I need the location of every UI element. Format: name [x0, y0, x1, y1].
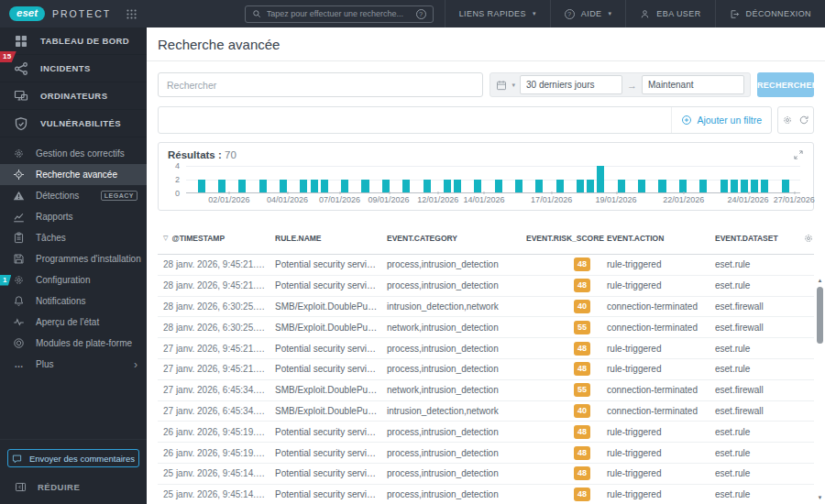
chart-bar[interactable]	[699, 180, 707, 193]
chart-bar[interactable]	[341, 180, 348, 193]
table-row[interactable]: 27 janv. 2026, 6:45:34.113SMB/Exploit.Do…	[158, 401, 814, 422]
sidebar-item-incidents[interactable]: 15 INCIDENTS	[0, 55, 147, 82]
column-header-event-risk-score[interactable]: EVENT.RISK_SCORE	[526, 234, 607, 243]
chart-bar[interactable]	[782, 180, 789, 193]
chart-bar[interactable]	[618, 180, 625, 193]
chart-bar-slot	[227, 166, 237, 192]
refresh-icon[interactable]	[798, 115, 809, 126]
date-to-input[interactable]	[642, 75, 744, 94]
feedback-button[interactable]: Envoyer des commentaires	[7, 449, 139, 467]
chart-bar[interactable]	[679, 180, 687, 193]
sidebar-item-configuration[interactable]: 1 Configuration	[0, 269, 147, 290]
sidebar-item-detections[interactable]: Détections LEGACY	[0, 185, 147, 206]
x-axis-tick-label: 09/01/2026	[368, 195, 410, 204]
cell-rule-name: Potential security service disco...	[275, 259, 387, 269]
sidebar-item-vulnerabilities[interactable]: VULNÉRABILITÉS	[0, 110, 147, 137]
chart-bar[interactable]	[597, 166, 604, 192]
chart-bar[interactable]	[515, 180, 522, 193]
sidebar-item-platform-modules[interactable]: Modules de plate-forme	[0, 333, 147, 354]
chart-bar[interactable]	[495, 180, 502, 193]
scroll-down-arrow-icon[interactable]: ▼	[818, 494, 823, 501]
chart-bar[interactable]	[761, 180, 768, 193]
quick-links-menu[interactable]: LIENS RAPIDES ▾	[445, 0, 550, 27]
chart-bar[interactable]	[444, 180, 451, 193]
expand-chart-icon[interactable]	[793, 149, 804, 160]
chart-bar[interactable]	[577, 180, 584, 193]
chart-bar[interactable]	[259, 180, 267, 193]
table-row[interactable]: 25 janv. 2026, 9:45:14.142Potential secu…	[158, 464, 814, 485]
table-scrollbar[interactable]: ▲ ▼	[816, 277, 824, 501]
user-menu[interactable]: EBA USER	[625, 0, 714, 27]
sidebar-item-patch-management[interactable]: Gestion des correctifs	[0, 143, 147, 164]
sidebar-item-dashboard[interactable]: TABLEAU DE BORD	[0, 27, 147, 55]
chart-bar[interactable]	[424, 180, 431, 193]
chart-bar-slot	[473, 166, 483, 192]
eset-logo[interactable]: eset	[9, 6, 45, 21]
chart-bar[interactable]	[658, 180, 666, 193]
column-header-event-dataset[interactable]: EVENT.DATASET	[715, 234, 794, 243]
sidebar-item-status-overview[interactable]: Aperçu de l'état	[0, 312, 147, 333]
chart-bar[interactable]	[321, 180, 328, 193]
chart-y-axis: 024	[164, 166, 186, 193]
sidebar-item-tasks[interactable]: Tâches	[0, 227, 147, 248]
column-header-event-action[interactable]: EVENT.ACTION	[607, 234, 715, 243]
calendar-icon[interactable]	[496, 80, 507, 91]
active-filters-box[interactable]: Ajouter un filtre	[158, 106, 772, 134]
chart-bar[interactable]	[556, 180, 564, 193]
chart-bar[interactable]	[198, 180, 205, 193]
sidebar-item-more[interactable]: … Plus ›	[0, 354, 147, 375]
table-row[interactable]: 28 janv. 2026, 6:30:25.789SMB/Exploit.Do…	[158, 297, 814, 318]
search-button[interactable]: RECHERCHER	[757, 72, 814, 97]
chart-bar[interactable]	[751, 180, 758, 193]
chart-bar[interactable]	[587, 180, 594, 193]
chart-bar[interactable]	[402, 180, 410, 193]
sidebar-item-installers[interactable]: Programmes d'installation	[0, 248, 147, 269]
table-row[interactable]: 28 janv. 2026, 6:30:25.789SMB/Exploit.Do…	[158, 317, 814, 338]
column-header-event-category[interactable]: EVENT.CATEGORY	[387, 234, 526, 243]
logout-button[interactable]: DÉCONNEXION	[715, 0, 825, 27]
chart-bar[interactable]	[218, 180, 226, 193]
table-row[interactable]: 25 janv. 2026, 9:45:14.142Potential secu…	[158, 485, 814, 504]
sidebar-item-computers[interactable]: ORDINATEURS	[0, 82, 147, 110]
table-row[interactable]: 26 janv. 2026, 9:45:19.133Potential secu…	[158, 443, 814, 464]
add-filter-button[interactable]: Ajouter un filtre	[671, 107, 771, 133]
product-name: PROTECT	[52, 8, 111, 19]
column-header-timestamp[interactable]: ▽ @TIMESTAMP	[158, 234, 275, 243]
chart-bar[interactable]	[280, 180, 287, 193]
table-row[interactable]: 28 janv. 2026, 9:45:21.071Potential secu…	[158, 255, 814, 276]
global-search-input[interactable]	[267, 9, 411, 18]
settings-gear-icon[interactable]	[782, 115, 793, 126]
chart-bar[interactable]	[741, 180, 748, 193]
global-search[interactable]: ?	[245, 5, 434, 23]
chart-bar[interactable]	[638, 180, 645, 193]
sidebar-item-reports[interactable]: Rapports	[0, 206, 147, 227]
column-header-rule-name[interactable]: RULE.NAME	[275, 234, 387, 243]
table-row[interactable]: 28 janv. 2026, 9:45:21.071Potential secu…	[158, 276, 814, 297]
collapse-sidebar-button[interactable]: RÉDUIRE	[7, 481, 139, 493]
table-row[interactable]: 27 janv. 2026, 6:45:34.113SMB/Exploit.Do…	[158, 380, 814, 401]
scroll-up-arrow-icon[interactable]: ▲	[818, 277, 823, 284]
scrollbar-thumb[interactable]	[817, 287, 823, 344]
date-from-input[interactable]	[520, 75, 622, 94]
chevron-down-icon[interactable]: ▾	[512, 82, 515, 89]
chart-bar[interactable]	[454, 180, 461, 193]
chart-bar[interactable]	[361, 180, 368, 193]
chart-bar[interactable]	[382, 180, 390, 193]
query-search-input[interactable]	[158, 72, 483, 97]
sidebar-item-notifications[interactable]: Notifications	[0, 290, 147, 312]
chart-bar[interactable]	[720, 180, 728, 193]
chart-bar[interactable]	[300, 180, 307, 193]
sidebar-item-advanced-search[interactable]: Recherche avancée	[0, 164, 147, 185]
chart-bar[interactable]	[238, 180, 246, 193]
table-row[interactable]: 27 janv. 2026, 9:45:21.470Potential secu…	[158, 359, 814, 380]
help-menu[interactable]: ? AIDE ▾	[550, 0, 626, 27]
chart-bar[interactable]	[535, 180, 543, 193]
column-settings-gear-icon[interactable]	[803, 233, 814, 244]
chart-bar[interactable]	[311, 180, 318, 193]
chart-bar[interactable]	[731, 180, 738, 193]
search-help-icon[interactable]: ?	[416, 9, 426, 19]
chart-bar[interactable]	[474, 180, 481, 193]
table-row[interactable]: 26 janv. 2026, 9:45:19.133Potential secu…	[158, 422, 814, 443]
app-launcher-icon[interactable]	[126, 8, 138, 20]
table-row[interactable]: 27 janv. 2026, 9:45:21.470Potential secu…	[158, 338, 814, 359]
